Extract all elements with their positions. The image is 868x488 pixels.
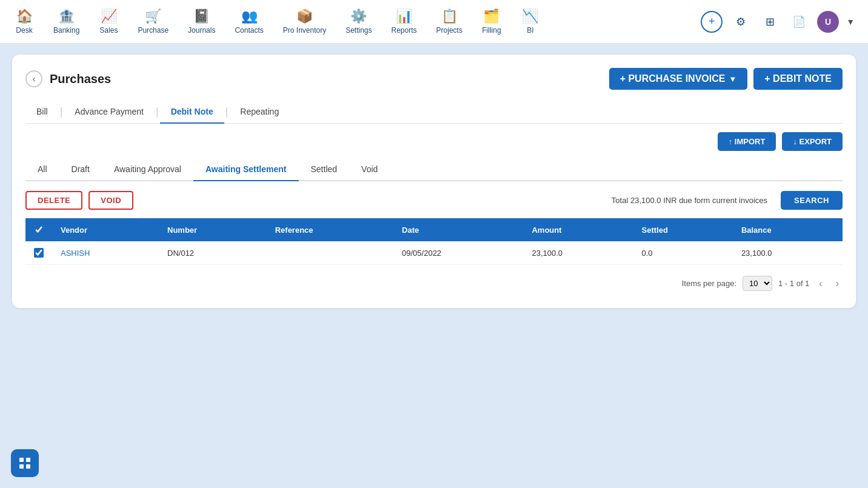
col-checkbox (25, 218, 52, 241)
nav-label-reports: Reports (392, 26, 417, 35)
nav-right: + ⚙ ⊞ 📄 U ▼ (701, 11, 862, 33)
contacts-icon: 👥 (241, 8, 258, 24)
col-number: Number (159, 218, 267, 241)
total-info-text: Total 23,100.0 INR due form current invo… (612, 196, 767, 205)
svg-rect-3 (26, 464, 30, 469)
nav-label-filling: Filling (482, 26, 501, 35)
col-date: Date (393, 218, 523, 241)
tab-awaiting-approval[interactable]: Awaiting Approval (102, 158, 193, 181)
card-header-right: + PURCHASE INVOICE ▼ + DEBIT NOTE (609, 68, 843, 90)
nav-item-reports[interactable]: 📊 Reports (383, 4, 426, 39)
nav-items: 🏠 Desk 🏦 Banking 📈 Sales 🛒 Purchase 📓 Jo… (6, 4, 701, 39)
nav-label-projects: Projects (436, 26, 462, 35)
nav-label-settings: Settings (346, 26, 372, 35)
row-vendor[interactable]: ASHISH (52, 241, 159, 265)
sales-icon: 📈 (101, 8, 117, 24)
nav-item-settings[interactable]: ⚙️ Settings (337, 4, 380, 39)
nav-label-desk: Desk (16, 26, 32, 35)
tab-awaiting-settlement[interactable]: Awaiting Settlement (193, 158, 299, 181)
nav-label-banking: Banking (53, 26, 79, 35)
nav-item-desk[interactable]: 🏠 Desk (6, 4, 42, 39)
select-all-checkbox[interactable] (34, 225, 44, 235)
banking-icon: 🏦 (58, 8, 75, 24)
filling-icon: 🗂️ (483, 8, 499, 24)
row-amount: 23,100.0 (523, 241, 633, 265)
debit-note-button[interactable]: + DEBIT NOTE (753, 68, 843, 90)
tab-bill[interactable]: Bill (25, 101, 59, 124)
import-button[interactable]: ↑ IMPORT (718, 132, 776, 151)
nav-item-purchase[interactable]: 🛒 Purchase (129, 4, 177, 39)
nav-item-bi[interactable]: 📉 BI (512, 4, 549, 39)
table-header: Vendor Number Reference Date Amount Sett… (25, 218, 843, 241)
tab-all[interactable]: All (25, 158, 59, 181)
main-content: ‹ Purchases + PURCHASE INVOICE ▼ + DEBIT… (0, 44, 868, 319)
row-date: 09/05/2022 (393, 241, 523, 265)
items-per-page-label: Items per page: (682, 279, 736, 288)
page-info: 1 - 1 of 1 (778, 279, 809, 288)
chevron-down-icon: ▼ (729, 75, 736, 84)
next-page-button[interactable]: › (832, 277, 843, 290)
row-checkbox[interactable] (34, 248, 44, 258)
export-button[interactable]: ↓ EXPORT (782, 132, 843, 151)
nav-item-banking[interactable]: 🏦 Banking (45, 4, 88, 39)
nav-item-sales[interactable]: 📈 Sales (90, 4, 127, 39)
table-body: ASHISH DN/012 09/05/2022 23,100.0 0.0 23… (25, 241, 843, 265)
row-balance: 23,100.0 (733, 241, 843, 265)
settings-icon: ⚙️ (350, 8, 367, 24)
col-balance: Balance (733, 218, 843, 241)
dropdown-arrow-icon[interactable]: ▼ (846, 17, 855, 27)
row-settled: 0.0 (633, 241, 733, 265)
nav-label-pro-inventory: Pro Inventory (283, 26, 326, 35)
tab-draft[interactable]: Draft (59, 158, 102, 181)
tab-settled[interactable]: Settled (299, 158, 350, 181)
tabs-row-1: Bill | Advance Payment | Debit Note | Re… (25, 101, 843, 124)
nav-label-journals: Journals (188, 26, 215, 35)
tabs-row-2: All Draft Awaiting Approval Awaiting Set… (25, 158, 843, 181)
tab-advance-payment[interactable]: Advance Payment (64, 101, 155, 124)
data-table: Vendor Number Reference Date Amount Sett… (25, 218, 843, 265)
tab-divider-3: | (225, 105, 229, 118)
row-number: DN/012 (159, 241, 267, 265)
card-header: ‹ Purchases + PURCHASE INVOICE ▼ + DEBIT… (25, 68, 843, 90)
items-per-page-select[interactable]: 10 25 50 (743, 276, 772, 291)
delete-button[interactable]: DELETE (25, 191, 82, 210)
top-navigation: 🏠 Desk 🏦 Banking 📈 Sales 🛒 Purchase 📓 Jo… (0, 0, 868, 44)
row-reference (267, 241, 393, 265)
bi-icon: 📉 (522, 8, 538, 24)
back-button[interactable]: ‹ (25, 70, 42, 87)
row-checkbox-cell (25, 241, 52, 265)
nav-label-bi: BI (527, 26, 533, 35)
col-amount: Amount (523, 218, 633, 241)
tab-divider-1: | (60, 105, 63, 118)
desk-icon: 🏠 (16, 8, 33, 24)
doc-button[interactable]: 📄 (788, 11, 810, 33)
col-vendor: Vendor (52, 218, 159, 241)
nav-item-contacts[interactable]: 👥 Contacts (226, 4, 272, 39)
purchase-invoice-button[interactable]: + PURCHASE INVOICE ▼ (609, 68, 748, 90)
nav-item-filling[interactable]: 🗂️ Filling (473, 4, 510, 39)
purchase-icon: 🛒 (145, 8, 161, 24)
settings-button[interactable]: ⚙ (730, 11, 752, 33)
void-button[interactable]: VOID (88, 191, 133, 210)
action-btn-row: DELETE VOID Total 23,100.0 INR due form … (25, 191, 843, 210)
svg-rect-2 (19, 464, 24, 469)
journals-icon: 📓 (193, 8, 210, 24)
col-settled: Settled (633, 218, 733, 241)
add-button[interactable]: + (701, 11, 723, 33)
nav-item-journals[interactable]: 📓 Journals (179, 4, 224, 39)
grid-button[interactable]: ⊞ (759, 11, 781, 33)
nav-item-projects[interactable]: 📋 Projects (428, 4, 471, 39)
bottom-grid-icon[interactable] (11, 449, 39, 477)
purchases-card: ‹ Purchases + PURCHASE INVOICE ▼ + DEBIT… (12, 55, 856, 308)
tab-void[interactable]: Void (349, 158, 390, 181)
tab-repeating[interactable]: Repeating (229, 101, 290, 124)
pro-inventory-icon: 📦 (296, 8, 313, 24)
tab-debit-note[interactable]: Debit Note (160, 101, 224, 124)
search-button[interactable]: SEARCH (781, 191, 843, 210)
user-avatar[interactable]: U (817, 11, 839, 33)
tab-divider-2: | (156, 105, 159, 118)
nav-item-pro-inventory[interactable]: 📦 Pro Inventory (275, 4, 335, 39)
nav-label-sales: Sales (99, 26, 118, 35)
prev-page-button[interactable]: ‹ (815, 277, 826, 290)
projects-icon: 📋 (441, 8, 458, 24)
